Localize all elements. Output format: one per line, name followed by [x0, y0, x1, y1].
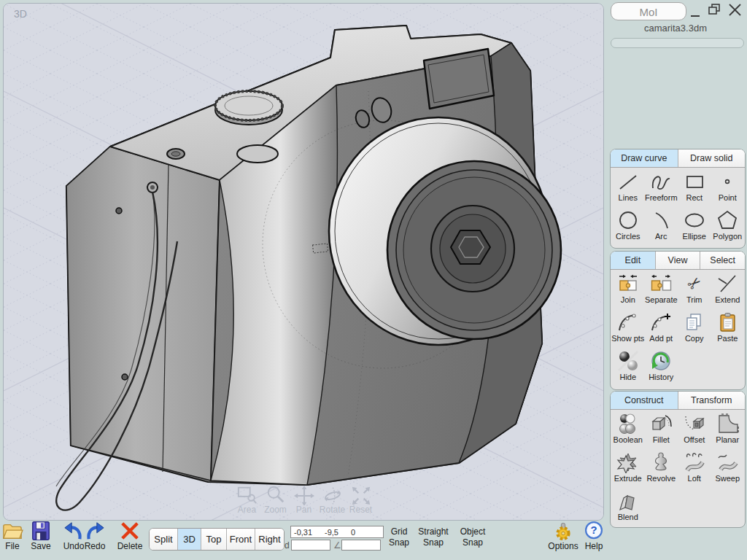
offset-icon	[683, 413, 706, 435]
planar-icon	[716, 413, 739, 435]
options-button[interactable]: Options	[546, 521, 580, 551]
document-filename: camarita3.3dm	[604, 23, 747, 34]
undo-icon	[63, 521, 85, 541]
tool-trim[interactable]: ✂Trim	[678, 272, 711, 311]
redo-button[interactable]: Redo	[82, 521, 107, 551]
tool-label: Revolve	[645, 474, 678, 483]
object-snap-line2: Snap	[455, 537, 490, 548]
tool-arc[interactable]: Arc	[645, 209, 678, 247]
rect-icon	[683, 171, 706, 192]
distance-input[interactable]	[291, 540, 330, 551]
straight-snap-toggle[interactable]: Straight Snap	[414, 526, 452, 548]
copy-icon	[683, 311, 706, 333]
show-points-icon	[616, 311, 640, 333]
save-button[interactable]: Save	[28, 521, 54, 551]
tab-edit[interactable]: Edit	[611, 252, 656, 269]
app-title-button[interactable]: MoI	[611, 2, 686, 20]
tool-history[interactable]: History	[645, 349, 678, 388]
ellipse-icon	[683, 209, 706, 231]
tool-revolve[interactable]: Revolve	[645, 451, 678, 489]
tab-view[interactable]: View	[656, 252, 701, 269]
edit-tools: Join Separate ✂Trim Extend Show pts Add …	[611, 270, 745, 389]
tool-sweep[interactable]: Sweep	[711, 451, 745, 489]
view-3d-button[interactable]: 3D	[178, 529, 201, 550]
view-mode-buttons: Split 3D Top Front Right	[149, 528, 285, 551]
tool-show-pts[interactable]: Show pts	[611, 311, 645, 349]
viewport-mode-label: 3D	[14, 8, 27, 20]
tab-draw-curve[interactable]: Draw curve	[611, 149, 678, 167]
reset-button[interactable]: Reset	[347, 485, 375, 514]
tool-ellipse[interactable]: Ellipse	[678, 209, 711, 247]
tool-extrude[interactable]: Extrude	[611, 451, 645, 489]
viewport-3d[interactable]: 3D Area Zoom Pan Rotate Reset	[3, 3, 604, 521]
tool-label: Point	[711, 193, 745, 202]
tool-circles[interactable]: Circles	[611, 209, 645, 247]
view-front-button[interactable]: Front	[227, 529, 255, 550]
view-right-button[interactable]: Right	[255, 529, 284, 550]
undo-label: Undo	[63, 541, 85, 551]
object-snap-toggle[interactable]: Object Snap	[455, 526, 490, 548]
tool-offset[interactable]: Offset	[678, 412, 711, 451]
restore-button[interactable]	[708, 4, 721, 15]
pan-button[interactable]: Pan	[290, 485, 318, 514]
tab-select[interactable]: Select	[700, 252, 745, 269]
tab-construct[interactable]: Construct	[611, 392, 678, 409]
3d-scene[interactable]	[4, 4, 603, 520]
pan-label: Pan	[296, 505, 311, 515]
area-zoom-icon	[236, 485, 259, 505]
arc-icon	[649, 209, 673, 231]
moi-app-window: 3D Area Zoom Pan Rotate Reset	[0, 0, 747, 560]
angle-input[interactable]	[341, 540, 381, 551]
grid-snap-toggle[interactable]: Grid Snap	[382, 526, 416, 548]
tool-boolean[interactable]: Boolean	[611, 412, 645, 451]
tool-label: Planar	[711, 435, 745, 444]
tool-copy[interactable]: Copy	[678, 311, 711, 349]
tool-planar[interactable]: Planar	[711, 412, 745, 451]
tool-point[interactable]: Point	[711, 170, 745, 209]
help-glyph: ?	[590, 524, 597, 536]
tool-separate[interactable]: Separate	[645, 272, 678, 311]
delete-button[interactable]: Delete	[114, 521, 146, 551]
view-top-button[interactable]: Top	[201, 529, 227, 550]
construct-tabs: Construct Transform	[611, 392, 745, 410]
tool-extend[interactable]: Extend	[711, 272, 745, 311]
file-button[interactable]: File	[0, 521, 25, 551]
rotate-label: Rotate	[320, 505, 345, 515]
paste-icon	[716, 311, 739, 333]
view-split-button[interactable]: Split	[150, 529, 178, 550]
zoom-button[interactable]: Zoom	[261, 485, 290, 514]
tool-join[interactable]: Join	[611, 272, 645, 311]
tool-polygon[interactable]: Polygon	[711, 209, 745, 247]
help-icon: ?	[583, 521, 605, 541]
tool-label: Paste	[711, 334, 745, 343]
tab-draw-solid[interactable]: Draw solid	[678, 149, 746, 167]
tool-freeform[interactable]: Freeform	[645, 170, 678, 209]
polygon-icon	[716, 209, 739, 231]
tab-transform[interactable]: Transform	[678, 392, 746, 409]
tool-paste[interactable]: Paste	[711, 311, 745, 349]
help-button[interactable]: ? Help	[581, 521, 607, 551]
save-floppy-icon	[30, 521, 52, 541]
rotate-button[interactable]: Rotate	[318, 485, 347, 514]
close-button[interactable]	[728, 3, 742, 17]
tool-label: Join	[611, 295, 645, 304]
fillet-icon	[649, 413, 673, 435]
construct-tools: Boolean Fillet Offset Planar Extrude Rev…	[611, 410, 745, 528]
add-point-icon	[649, 311, 673, 333]
tool-loft[interactable]: Loft	[678, 451, 711, 489]
tool-fillet[interactable]: Fillet	[645, 412, 678, 451]
tool-add-pt[interactable]: Add pt	[645, 311, 678, 349]
tool-hide[interactable]: Hide	[611, 349, 645, 388]
tool-label: Fillet	[645, 435, 678, 444]
freeform-icon	[649, 171, 673, 192]
tool-label: Copy	[678, 334, 711, 343]
circles-icon	[616, 209, 640, 231]
delete-x-icon	[119, 521, 141, 541]
construct-palette: Construct Transform Boolean Fillet Offse…	[610, 391, 746, 528]
file-label: File	[5, 541, 19, 551]
area-zoom-button[interactable]: Area	[233, 485, 261, 514]
minimize-button[interactable]	[690, 12, 700, 18]
tool-rect[interactable]: Rect	[678, 170, 711, 209]
options-gear-icon	[552, 521, 574, 541]
tool-lines[interactable]: Lines	[611, 170, 645, 209]
